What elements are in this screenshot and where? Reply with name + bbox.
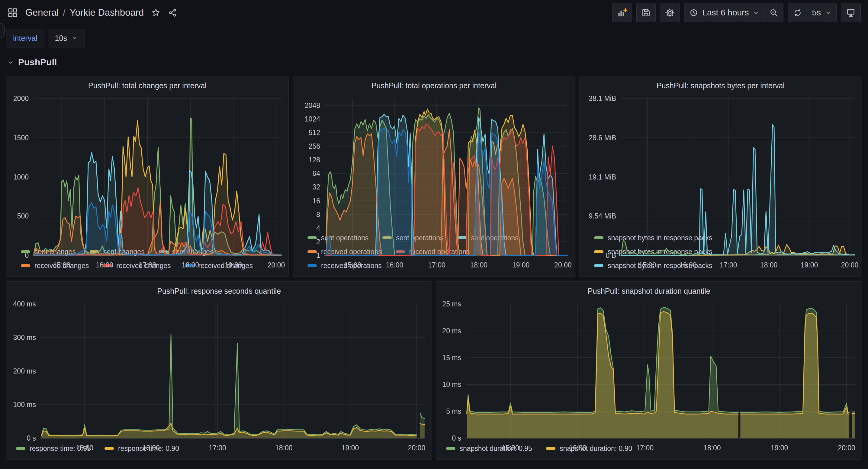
zoom-out-button[interactable] — [764, 3, 783, 22]
panel-title[interactable]: PushPull: total changes per interval — [6, 76, 288, 94]
refresh-group: 5s — [788, 3, 837, 22]
save-icon — [641, 8, 651, 18]
panel-snapshot-bytes: PushPull: snapshots bytes per interval 1… — [579, 76, 862, 277]
submenu: interval 10s — [0, 25, 868, 48]
x-tick-label: 20:00 — [408, 444, 426, 452]
x-tick-label: 19:00 — [770, 444, 788, 452]
series-line — [740, 313, 849, 414]
y-tick-label: 16 — [312, 197, 320, 205]
chart-svg: 15:0016:0017:0018:0019:0020:001248163264… — [293, 94, 575, 271]
x-tick-label: 17:00 — [428, 261, 445, 269]
y-tick-label: 200 ms — [13, 367, 36, 375]
refresh-interval-dropdown[interactable]: 5s — [807, 3, 837, 22]
navbar: General / Yorkie Dashboard Last 6 hours — [0, 0, 868, 25]
breadcrumb: General / Yorkie Dashboard — [25, 7, 144, 18]
series-area — [621, 124, 855, 255]
share-icon[interactable] — [168, 8, 178, 18]
panel-response-quantile: PushPull: response seconds quantile 15:0… — [6, 281, 432, 460]
y-tick-label: 256 — [309, 142, 320, 150]
chart-total-changes[interactable]: 15:0016:0017:0018:0019:0020:000500100015… — [6, 94, 288, 245]
x-tick-label: 15:00 — [639, 261, 656, 269]
star-icon[interactable] — [151, 8, 161, 18]
chevron-down-icon — [71, 35, 78, 41]
y-tick-label: 25 ms — [442, 300, 461, 308]
add-panel-icon — [617, 7, 627, 18]
panel-snapshot-duration: PushPull: snapshot duration quantile 15:… — [436, 281, 862, 460]
series-line — [41, 334, 416, 436]
y-tick-label: 128 — [309, 156, 320, 164]
chart-snapshot-duration[interactable]: 15:0016:0017:0018:0019:0020:000 s5 ms10 … — [436, 299, 862, 442]
x-tick-label: 15:00 — [53, 261, 70, 269]
panel-total-changes: PushPull: total changes per interval 15:… — [6, 76, 289, 277]
y-tick-label: 0 s — [27, 434, 36, 442]
series-area — [420, 424, 424, 438]
dashboard-settings-button[interactable] — [660, 3, 680, 22]
y-tick-label: 19.1 MiB — [589, 173, 616, 181]
series-line — [740, 308, 849, 412]
x-tick-label: 18:00 — [760, 261, 778, 269]
refresh-icon — [793, 8, 803, 18]
x-tick-label: 20:00 — [838, 444, 855, 452]
time-range-label: Last 6 hours — [702, 8, 749, 18]
x-tick-label: 19:00 — [342, 444, 359, 452]
time-picker-group: Last 6 hours — [684, 3, 783, 22]
x-tick-label: 15:00 — [502, 444, 519, 452]
chart-response-quantile[interactable]: 15:0016:0017:0018:0019:0020:000 s100 ms2… — [6, 299, 432, 442]
refresh-button[interactable] — [788, 3, 807, 22]
x-tick-label: 17:00 — [139, 261, 156, 269]
variable-label: interval — [6, 29, 44, 48]
y-tick-label: 100 ms — [13, 401, 36, 409]
x-tick-label: 19:00 — [512, 261, 530, 269]
apps-grid-icon[interactable] — [7, 7, 18, 18]
chart-svg: 15:0016:0017:0018:0019:0020:000 s5 ms10 … — [436, 299, 862, 454]
x-tick-label: 16:00 — [679, 261, 697, 269]
breadcrumb-folder[interactable]: General — [25, 7, 59, 18]
y-tick-label: 0 s — [452, 434, 461, 442]
y-tick-label: 0 — [25, 252, 29, 259]
y-tick-label: 15 ms — [442, 354, 461, 362]
breadcrumb-dashboard[interactable]: Yorkie Dashboard — [70, 7, 144, 18]
chart-total-operations[interactable]: 15:0016:0017:0018:0019:0020:001248163264… — [293, 94, 575, 231]
series-area — [467, 312, 738, 438]
x-tick-label: 20:00 — [841, 261, 859, 269]
x-tick-label: 19:00 — [801, 261, 818, 269]
y-tick-label: 5 ms — [446, 407, 461, 415]
chart-svg: 15:0016:0017:0018:0019:0020:000 s100 ms2… — [6, 299, 432, 454]
panel-title[interactable]: PushPull: total operations per interval — [293, 76, 575, 94]
panel-title[interactable]: PushPull: snapshot duration quantile — [436, 282, 862, 299]
y-tick-label: 1024 — [305, 115, 320, 123]
y-tick-label: 38.1 MiB — [589, 95, 616, 102]
row-title: PushPull — [18, 57, 57, 67]
monitor-icon — [846, 7, 856, 18]
x-tick-label: 19:00 — [225, 261, 242, 269]
x-tick-label: 15:00 — [76, 444, 94, 452]
x-tick-label: 16:00 — [96, 261, 113, 269]
add-panel-button[interactable] — [612, 3, 632, 22]
x-tick-label: 17:00 — [720, 261, 737, 269]
x-tick-label: 18:00 — [470, 261, 488, 269]
panel-title[interactable]: PushPull: snapshots bytes per interval — [580, 76, 862, 94]
row-header-pushpull[interactable]: PushPull — [7, 57, 868, 68]
chevron-down-icon — [752, 9, 760, 16]
time-range-button[interactable]: Last 6 hours — [684, 3, 764, 22]
series-line — [621, 124, 855, 255]
chart-snapshot-bytes[interactable]: 15:0016:0017:0018:0019:0020:000 B9.54 Mi… — [580, 94, 862, 231]
y-tick-label: 20 ms — [442, 327, 461, 335]
y-tick-label: 0 B — [606, 252, 616, 259]
save-dashboard-button[interactable] — [637, 3, 656, 22]
variable-value-dropdown[interactable]: 10s — [48, 29, 85, 48]
panel-title[interactable]: PushPull: response seconds quantile — [6, 282, 432, 299]
x-tick-label: 17:00 — [209, 444, 226, 452]
x-tick-label: 20:00 — [268, 261, 285, 269]
refresh-interval-label: 5s — [812, 8, 821, 18]
y-tick-label: 32 — [312, 183, 320, 191]
y-tick-label: 1000 — [13, 173, 29, 181]
x-tick-label: 16:00 — [569, 444, 586, 452]
clock-icon — [689, 8, 699, 18]
chevron-down-icon — [7, 58, 14, 66]
y-tick-label: 28.6 MiB — [589, 134, 616, 142]
x-tick-label: 17:00 — [636, 444, 654, 452]
x-tick-label: 16:00 — [142, 444, 160, 452]
gear-icon — [665, 7, 675, 18]
cycle-view-mode-button[interactable] — [841, 3, 861, 22]
